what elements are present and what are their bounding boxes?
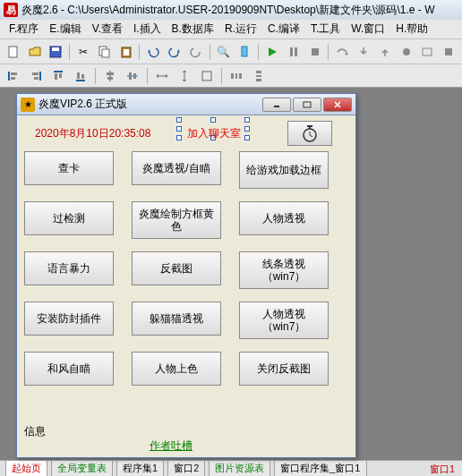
toolbar-2 bbox=[0, 64, 462, 88]
btn-perspective-aim[interactable]: 炎魔透视/自瞄 bbox=[132, 151, 221, 185]
svg-point-12 bbox=[403, 48, 410, 55]
child-title-bar[interactable]: ★ 炎魔VIP2.6 正式版 bbox=[17, 94, 355, 115]
btn-anti-ban-plugin[interactable]: 安装防封插件 bbox=[24, 302, 114, 336]
svg-rect-39 bbox=[256, 79, 261, 81]
breakpoint-icon[interactable] bbox=[397, 42, 416, 62]
stopwatch-button[interactable] bbox=[287, 121, 332, 146]
tab-window2[interactable]: 窗口2 bbox=[167, 460, 205, 476]
selection-handle[interactable] bbox=[244, 135, 250, 140]
build-icon[interactable] bbox=[439, 42, 458, 62]
timestamp-label: 2020年8月10日20:35:08 bbox=[35, 126, 150, 141]
menu-insert[interactable]: I.插入 bbox=[128, 20, 167, 38]
svg-rect-36 bbox=[239, 73, 242, 79]
selection-handle[interactable] bbox=[210, 117, 216, 123]
menu-program[interactable]: F.程序 bbox=[4, 20, 44, 38]
center-v-icon[interactable] bbox=[123, 66, 142, 86]
menu-help[interactable]: H.帮助 bbox=[390, 20, 433, 38]
redo2-icon[interactable] bbox=[186, 42, 206, 62]
svg-rect-29 bbox=[107, 77, 113, 80]
btn-load-border[interactable]: 给游戏加载边框 bbox=[239, 151, 329, 189]
svg-rect-19 bbox=[32, 72, 38, 75]
child-title-text: 炎魔VIP2.6 正式版 bbox=[38, 97, 127, 112]
stop-icon[interactable] bbox=[305, 42, 325, 62]
btn-char-esp-win7[interactable]: 人物透视（win7） bbox=[239, 302, 329, 339]
svg-rect-9 bbox=[295, 47, 297, 56]
svg-rect-20 bbox=[34, 77, 38, 80]
document-tabs: 起始页 全局变量表 程序集1 窗口2 图片资源表 窗口程序集_窗口1 窗口1 bbox=[0, 460, 462, 476]
step-into-icon[interactable] bbox=[354, 42, 373, 62]
same-height-icon[interactable] bbox=[175, 66, 194, 86]
same-width-icon[interactable] bbox=[152, 66, 172, 86]
menu-run[interactable]: R.运行 bbox=[219, 20, 262, 38]
tab-procset-win1[interactable]: 窗口程序集_窗口1 bbox=[274, 460, 366, 476]
tab-procset1[interactable]: 程序集1 bbox=[116, 460, 164, 476]
btn-char-color[interactable]: 人物上色 bbox=[132, 352, 221, 386]
tab-globals[interactable]: 全局变量表 bbox=[51, 460, 113, 476]
align-top-icon[interactable] bbox=[48, 66, 68, 86]
author-comment-link[interactable]: 作者吐槽 bbox=[150, 438, 192, 454]
find-icon[interactable]: 🔍 bbox=[214, 42, 234, 62]
close-button[interactable] bbox=[323, 98, 352, 112]
align-right-icon[interactable] bbox=[26, 66, 46, 86]
step-over-icon[interactable] bbox=[332, 42, 352, 62]
workspace: ★ 炎魔VIP2.6 正式版 2020年8月10日20:35:08 加入聊天室 bbox=[0, 88, 462, 460]
form-panel[interactable]: 2020年8月10日20:35:08 加入聊天室 查卡 炎魔透视/自瞄 给游戏加… bbox=[17, 115, 355, 457]
btn-check-card[interactable]: 查卡 bbox=[24, 151, 114, 185]
dist-v-icon[interactable] bbox=[249, 66, 269, 86]
btn-anti-screenshot[interactable]: 反截图 bbox=[132, 251, 221, 285]
selection-handle[interactable] bbox=[244, 126, 250, 132]
svg-rect-13 bbox=[423, 48, 432, 55]
btn-verbal-abuse[interactable]: 语言暴力 bbox=[24, 251, 114, 285]
pause-icon[interactable] bbox=[284, 42, 304, 62]
run-icon[interactable] bbox=[262, 42, 282, 62]
menu-window[interactable]: W.窗口 bbox=[346, 20, 390, 38]
dist-h-icon[interactable] bbox=[227, 66, 246, 86]
main-title-bar: 易 炎魔2.6 - C:\Users\Administrator.USER-20… bbox=[0, 0, 462, 20]
join-chat-label[interactable]: 加入聊天室 bbox=[187, 126, 241, 141]
new-file-icon[interactable] bbox=[4, 42, 23, 62]
main-title-text: 炎魔2.6 - C:\Users\Administrator.USER-2019… bbox=[21, 3, 434, 18]
align-bottom-icon[interactable] bbox=[71, 66, 90, 86]
tab-trail[interactable]: 窗口1 bbox=[430, 463, 457, 476]
selection-handle[interactable] bbox=[176, 117, 182, 123]
cut-icon[interactable]: ✂ bbox=[73, 42, 93, 62]
svg-rect-25 bbox=[77, 72, 80, 79]
undo-icon[interactable] bbox=[143, 42, 163, 62]
selection-handle[interactable] bbox=[176, 135, 182, 140]
menu-compile[interactable]: C.编译 bbox=[262, 20, 305, 38]
bookmark-icon[interactable] bbox=[235, 42, 254, 62]
btn-draw-box-yellow[interactable]: 炎魔绘制方框黄色 bbox=[132, 201, 221, 239]
svg-rect-10 bbox=[312, 48, 319, 55]
btn-line-esp-win7[interactable]: 线条透视（win7） bbox=[239, 251, 329, 289]
btn-character-esp[interactable]: 人物透视 bbox=[239, 201, 329, 235]
menu-edit[interactable]: E.编辑 bbox=[44, 20, 86, 38]
selection-handle[interactable] bbox=[244, 117, 250, 123]
btn-hefeng-aim[interactable]: 和风自瞄 bbox=[24, 352, 114, 386]
open-file-icon[interactable] bbox=[25, 42, 45, 62]
redo-icon[interactable] bbox=[165, 42, 184, 62]
svg-rect-14 bbox=[445, 48, 452, 55]
menu-tools[interactable]: T.工具 bbox=[305, 20, 346, 38]
selection-handle[interactable] bbox=[176, 126, 182, 132]
btn-hidecat-esp[interactable]: 躲猫猫透视 bbox=[132, 302, 221, 336]
svg-rect-26 bbox=[81, 74, 84, 79]
svg-rect-7 bbox=[242, 47, 247, 56]
center-h-icon[interactable] bbox=[100, 66, 120, 86]
btn-pass-detection[interactable]: 过检测 bbox=[24, 201, 114, 235]
same-size-icon[interactable] bbox=[197, 66, 217, 86]
menu-database[interactable]: B.数据库 bbox=[167, 20, 219, 38]
paste-icon[interactable] bbox=[116, 42, 136, 62]
watch-icon[interactable] bbox=[417, 42, 437, 62]
save-icon[interactable] bbox=[47, 42, 66, 62]
step-out-icon[interactable] bbox=[375, 42, 395, 62]
svg-rect-23 bbox=[59, 73, 62, 78]
menu-bar: F.程序 E.编辑 V.查看 I.插入 B.数据库 R.运行 C.编译 T.工具… bbox=[0, 20, 462, 39]
menu-view[interactable]: V.查看 bbox=[87, 20, 128, 38]
align-left-icon[interactable] bbox=[4, 66, 23, 86]
minimize-button[interactable] bbox=[262, 98, 291, 112]
copy-icon[interactable] bbox=[95, 42, 115, 62]
btn-close-anti-ss[interactable]: 关闭反截图 bbox=[239, 352, 329, 386]
maximize-button[interactable] bbox=[293, 98, 321, 112]
tab-start[interactable]: 起始页 bbox=[5, 460, 47, 476]
tab-image-res[interactable]: 图片资源表 bbox=[209, 460, 270, 476]
